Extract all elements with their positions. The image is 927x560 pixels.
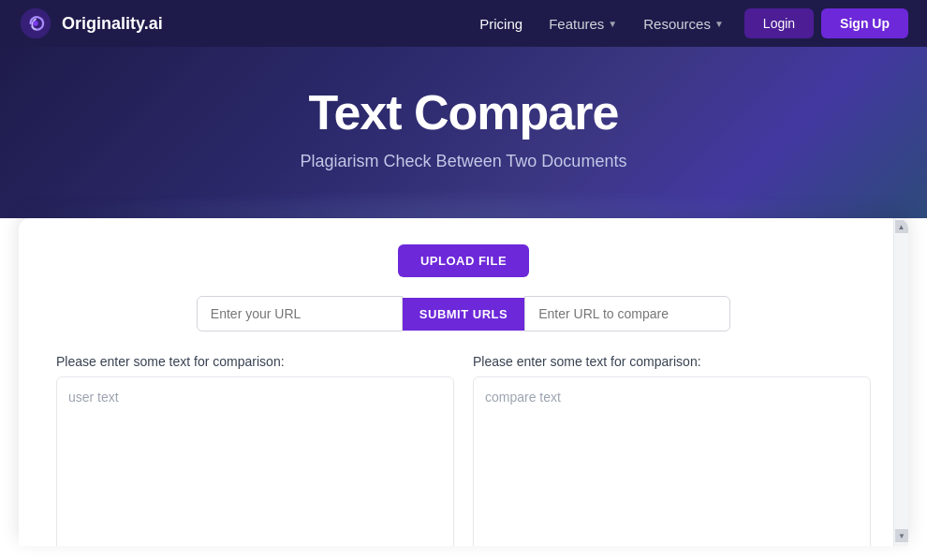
hero-section: Text Compare Plagiarism Check Between Tw… bbox=[0, 47, 927, 218]
nav-resources[interactable]: Resources ▼ bbox=[634, 10, 733, 37]
left-panel-label: Please enter some text for comparison: bbox=[56, 354, 454, 369]
main-content-panel: UPLOAD FILE SUBMIT URLS Please enter som… bbox=[19, 218, 908, 546]
nav-pricing[interactable]: Pricing bbox=[470, 10, 532, 37]
right-panel-label: Please enter some text for comparison: bbox=[473, 354, 871, 369]
left-text-area[interactable]: user text bbox=[56, 376, 454, 546]
brand-name: Originality.ai bbox=[62, 14, 163, 34]
scroll-up-button[interactable]: ▲ bbox=[895, 220, 908, 233]
scrollbar: ▲ ▼ bbox=[893, 218, 908, 546]
brand-logo[interactable]: Originality.ai bbox=[19, 7, 163, 40]
url-row: SUBMIT URLS bbox=[56, 296, 871, 332]
left-text-placeholder: user text bbox=[68, 390, 119, 405]
right-text-panel: Please enter some text for comparison: c… bbox=[473, 354, 871, 546]
right-text-placeholder: compare text bbox=[485, 390, 561, 405]
url-input-left[interactable] bbox=[197, 296, 403, 332]
upload-row: UPLOAD FILE bbox=[56, 244, 871, 277]
url-input-right[interactable] bbox=[524, 296, 730, 332]
navbar: Originality.ai Pricing Features ▼ Resour… bbox=[0, 0, 927, 47]
hero-title: Text Compare bbox=[19, 84, 908, 140]
scroll-down-button[interactable]: ▼ bbox=[895, 529, 908, 542]
nav-features[interactable]: Features ▼ bbox=[539, 10, 626, 37]
right-text-area[interactable]: compare text bbox=[473, 376, 871, 546]
signup-button[interactable]: Sign Up bbox=[821, 8, 908, 38]
nav-links: Pricing Features ▼ Resources ▼ bbox=[470, 10, 733, 37]
svg-point-1 bbox=[33, 21, 37, 25]
text-areas-row: Please enter some text for comparison: u… bbox=[56, 354, 871, 546]
login-button[interactable]: Login bbox=[744, 8, 814, 38]
upload-file-button[interactable]: UPLOAD FILE bbox=[398, 244, 529, 277]
hero-subtitle: Plagiarism Check Between Two Documents bbox=[19, 152, 908, 171]
features-chevron-icon: ▼ bbox=[608, 19, 617, 29]
logo-icon bbox=[19, 7, 52, 40]
submit-urls-button[interactable]: SUBMIT URLS bbox=[403, 298, 524, 331]
resources-chevron-icon: ▼ bbox=[714, 19, 724, 29]
left-text-panel: Please enter some text for comparison: u… bbox=[56, 354, 454, 546]
